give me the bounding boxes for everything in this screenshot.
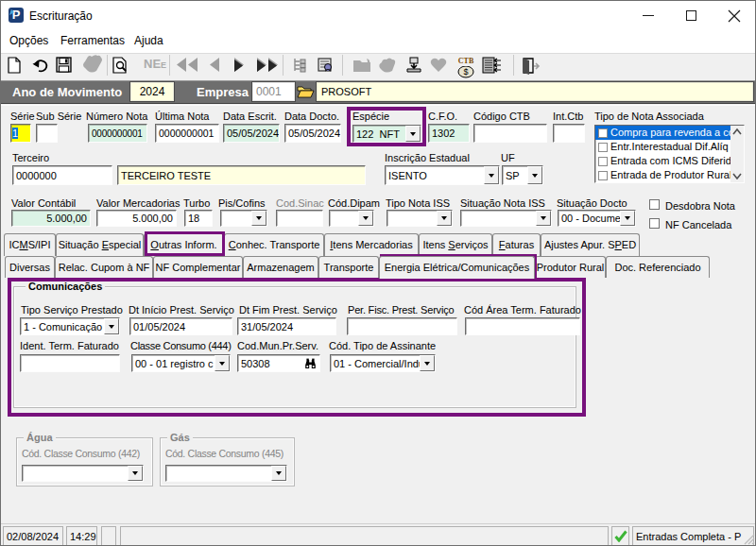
svg-text:$: $ xyxy=(463,67,468,77)
